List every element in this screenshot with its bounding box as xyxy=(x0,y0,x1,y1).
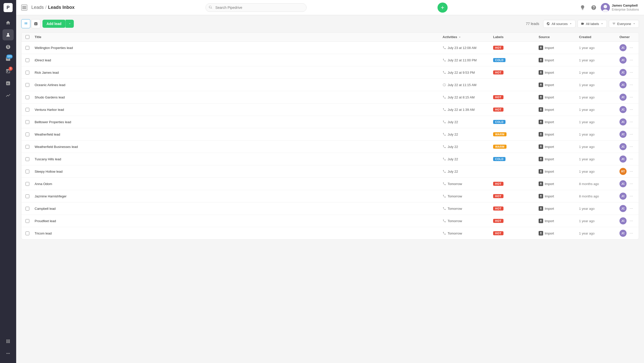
import-icon xyxy=(539,83,543,87)
leads-table: Title Activities Labels Source Created O… xyxy=(21,32,639,240)
lead-title[interactable]: Jazmine Harnishfeger xyxy=(35,194,443,198)
lead-source: Import xyxy=(539,206,579,211)
row-checkbox-input[interactable] xyxy=(26,120,29,124)
row-more-button[interactable]: ··· xyxy=(628,206,634,211)
row-more-button[interactable]: ··· xyxy=(628,94,634,100)
row-checkbox-input[interactable] xyxy=(26,182,29,186)
lead-label: HOT xyxy=(493,206,539,211)
header-activities[interactable]: Activities xyxy=(443,35,493,39)
row-checkbox-input[interactable] xyxy=(26,108,29,112)
row-checkbox-input[interactable] xyxy=(26,194,29,198)
activity-time: July 22 at 9:53 PM xyxy=(448,71,475,74)
breadcrumb-current: Leads Inbox xyxy=(48,5,75,10)
lead-title[interactable]: Tuscany Hills lead xyxy=(35,157,443,161)
row-checkbox-input[interactable] xyxy=(26,231,29,235)
row-more-button[interactable]: ··· xyxy=(628,230,634,236)
lead-title[interactable]: Wellington Properties lead xyxy=(35,46,443,50)
row-more-button[interactable]: ··· xyxy=(628,144,634,149)
row-more-button[interactable]: ··· xyxy=(628,107,634,112)
row-checkbox-input[interactable] xyxy=(26,58,29,62)
row-checkbox xyxy=(26,46,35,50)
add-lead-dropdown-button[interactable] xyxy=(65,20,74,28)
lead-created: 1 year ago xyxy=(579,58,619,62)
lead-title[interactable]: Oceanic Airlines lead xyxy=(35,83,443,87)
sidebar-item-apps[interactable] xyxy=(3,336,14,347)
lead-created: 1 year ago xyxy=(579,145,619,149)
logo-text: P xyxy=(7,5,10,10)
search-input[interactable] xyxy=(205,3,307,12)
lead-title[interactable]: Shudo Gardens lead xyxy=(35,95,443,99)
sidebar-logo[interactable]: P xyxy=(4,3,13,12)
sidebar-item-home[interactable] xyxy=(3,17,14,28)
lead-activity: July 22 at 8:15 AM xyxy=(443,95,493,99)
search-bar xyxy=(205,3,307,12)
lead-label: HOT xyxy=(493,182,539,186)
lead-title[interactable]: Anna Odom xyxy=(35,182,443,186)
row-more-button[interactable]: ··· xyxy=(628,169,634,174)
row-checkbox-input[interactable] xyxy=(26,145,29,149)
sidebar-item-mail[interactable]: 689 xyxy=(3,54,14,65)
sidebar-item-more[interactable] xyxy=(3,348,14,359)
row-checkbox-input[interactable] xyxy=(26,83,29,87)
row-more-button[interactable]: ··· xyxy=(628,193,634,199)
row-more-button[interactable]: ··· xyxy=(628,181,634,187)
source-text: Import xyxy=(545,46,554,50)
import-icon xyxy=(539,219,543,223)
row-checkbox-input[interactable] xyxy=(26,219,29,223)
lead-title[interactable]: Belltower Properties lead xyxy=(35,120,443,124)
list-view-button[interactable] xyxy=(21,19,30,28)
row-checkbox-input[interactable] xyxy=(26,133,29,136)
lead-title[interactable]: iDirect lead xyxy=(35,58,443,62)
row-checkbox-input[interactable] xyxy=(26,207,29,211)
all-sources-filter[interactable]: All sources xyxy=(543,20,576,28)
breadcrumb-parent[interactable]: Leads xyxy=(31,5,44,10)
sidebar-item-dollar[interactable] xyxy=(3,41,14,53)
lead-title[interactable]: Proudfeet lead xyxy=(35,219,443,223)
sidebar-item-leads[interactable] xyxy=(3,29,14,40)
sidebar-item-calendar[interactable]: 9 xyxy=(3,66,14,77)
lead-title[interactable]: Ventura Harbor lead xyxy=(35,108,443,112)
source-text: Import xyxy=(545,145,554,149)
row-more-button[interactable]: ··· xyxy=(628,218,634,224)
user-info[interactable]: James Campbell Enterprise Solutions xyxy=(601,3,639,12)
lead-source: Import xyxy=(539,132,579,137)
all-labels-filter[interactable]: All labels xyxy=(578,20,607,28)
add-lead-button[interactable]: Add lead xyxy=(42,20,65,28)
help-button[interactable] xyxy=(590,4,598,12)
sidebar-item-reports[interactable] xyxy=(3,78,14,89)
row-checkbox xyxy=(26,71,35,74)
source-text: Import xyxy=(545,157,554,161)
row-more-button[interactable]: ··· xyxy=(628,119,634,125)
row-more-button[interactable]: ··· xyxy=(628,70,634,75)
row-more-button[interactable]: ··· xyxy=(628,45,634,50)
labels-chevron-icon xyxy=(601,22,604,25)
activity-time: July 22 xyxy=(448,170,458,173)
everyone-label: Everyone xyxy=(617,22,631,26)
tips-button[interactable] xyxy=(579,4,587,12)
table-row: Campbell lead Tomorrow HOT Import 1 year… xyxy=(21,202,639,215)
row-checkbox-input[interactable] xyxy=(26,157,29,161)
row-more-button[interactable]: ··· xyxy=(628,132,634,137)
row-checkbox-input[interactable] xyxy=(26,170,29,173)
lead-title[interactable]: Rick James lead xyxy=(35,71,443,74)
archive-view-button[interactable] xyxy=(31,19,40,28)
lead-title[interactable]: Tricom lead xyxy=(35,231,443,235)
row-more-button[interactable]: ··· xyxy=(628,156,634,162)
sidebar-item-chart[interactable] xyxy=(3,90,14,101)
row-checkbox-input[interactable] xyxy=(26,71,29,74)
lead-title[interactable]: Campbell lead xyxy=(35,207,443,211)
row-more-button[interactable]: ··· xyxy=(628,57,634,63)
global-add-button[interactable]: + xyxy=(438,3,448,13)
row-checkbox-input[interactable] xyxy=(26,95,29,99)
lead-title[interactable]: Weatherfield lead xyxy=(35,133,443,136)
lead-label: HOT xyxy=(493,95,539,99)
activity-time: July 22 xyxy=(448,120,458,124)
lead-title[interactable]: Weatherfield Businesses lead xyxy=(35,145,443,149)
row-checkbox-input[interactable] xyxy=(26,46,29,50)
menu-button[interactable] xyxy=(21,5,27,11)
everyone-filter[interactable]: Everyone xyxy=(609,20,639,28)
select-all-checkbox[interactable] xyxy=(26,35,29,39)
row-more-button[interactable]: ··· xyxy=(628,82,634,88)
lead-title[interactable]: Sleepy Hollow lead xyxy=(35,170,443,173)
row-checkbox xyxy=(26,145,35,149)
